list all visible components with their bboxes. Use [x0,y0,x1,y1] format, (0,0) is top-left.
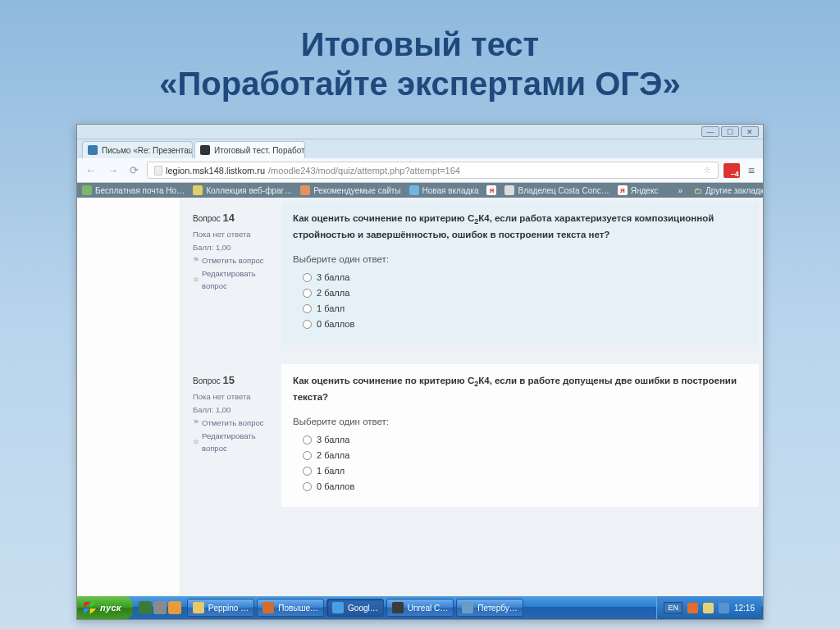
back-button[interactable]: ← [82,164,99,176]
start-button[interactable]: пуск [77,596,133,619]
bookmark-overflow-button[interactable]: » [674,186,686,195]
windows-taskbar: пуск Peppino …Повыше…Googl…Unreal C…Пете… [77,596,763,619]
bookmark-icon [82,185,92,195]
answer-option[interactable]: 2 балла [303,449,747,463]
answer-option[interactable]: 3 балла [303,433,747,447]
url-path: /moodle243/mod/quiz/attempt.php?attempt=… [268,166,460,175]
browser-tab-1[interactable]: Итоговый тест. Поработай × [194,141,305,158]
radio-icon[interactable] [303,304,312,313]
close-button[interactable]: ✕ [741,126,759,137]
browser-window: — ☐ ✕ Письмо «Re: Презентации т × Итогов… [76,124,764,620]
quick-launch-icon[interactable] [168,601,181,614]
radio-icon[interactable] [303,289,312,298]
radio-icon[interactable] [303,320,312,329]
question-score: Балл: 1,00 [193,404,273,416]
taskbar-task-label: Unreal C… [408,604,448,613]
browser-menu-button[interactable]: ≡ [745,164,758,177]
reload-button[interactable]: ⟳ [126,164,142,176]
taskbar-clock[interactable]: 12:16 [734,604,755,613]
minimize-button[interactable]: — [701,126,719,137]
radio-icon[interactable] [303,273,312,282]
question-status: Пока нет ответа [193,391,273,403]
question-info: Вопрос 14 Пока нет ответа Балл: 1,00 Отм… [185,202,281,344]
slide-title-line2: «Поработайте экспертами ОГЭ» [16,64,824,103]
bookmark-icon [193,185,203,195]
taskbar-task-label: Googl… [348,604,378,613]
answer-label: 2 балла [317,449,349,463]
quick-launch-icon[interactable] [153,601,167,614]
tray-icon[interactable] [703,603,714,613]
maximize-button[interactable]: ☐ [721,126,739,137]
radio-icon[interactable] [303,435,312,444]
browser-tabs-row: Письмо «Re: Презентации т × Итоговый тес… [77,139,763,158]
flag-question-link[interactable]: Отметить вопрос [193,417,273,429]
edit-question-link[interactable]: Редактировать вопрос [193,431,273,454]
question-14: Вопрос 14 Пока нет ответа Балл: 1,00 Отм… [180,198,763,349]
answer-option[interactable]: 0 баллов [303,317,747,331]
question-text: Как оценить сочинение по критерию С2К4, … [293,212,747,243]
bookmark-item[interactable]: Владелец Costa Conc… [504,185,609,195]
taskbar-task-label: Повыше… [278,604,318,613]
answer-option[interactable]: 1 балл [303,464,747,478]
moodle-icon [200,145,210,155]
bookmark-star-icon[interactable]: ☆ [703,165,711,175]
taskbar-task-button[interactable]: Peppino … [187,599,254,617]
slide-title: Итоговый тест «Поработайте экспертами ОГ… [0,0,840,124]
taskbar-task-button[interactable]: Unreal C… [386,599,454,617]
taskbar-app-icon [193,602,204,613]
taskbar-task-button[interactable]: Повыше… [257,599,324,617]
bookmark-item[interactable]: ЯЯндекс [618,185,659,195]
edit-question-link[interactable]: Редактировать вопрос [193,268,273,292]
other-bookmarks-button[interactable]: 🗀Другие закладки [694,186,763,195]
system-tray: EN 12:16 [656,596,761,619]
start-label: пуск [100,603,121,613]
choose-label: Выберите один ответ: [293,415,747,430]
bookmark-item[interactable]: Рекомендуемые сайты [300,185,400,195]
url-host: legion.msk148.listkom.ru [166,166,265,175]
taskbar-task-button[interactable]: Googl… [326,599,384,617]
bookmark-icon [300,185,310,195]
radio-icon[interactable] [303,451,312,460]
answer-option[interactable]: 3 балла [303,271,747,285]
bookmark-item[interactable]: Коллекция веб-фраг… [193,185,292,195]
mail-icon [88,145,98,155]
taskbar-task-label: Peppino … [208,604,249,613]
page-icon [154,166,162,175]
tab-label-0: Письмо «Re: Презентации т [102,146,193,155]
taskbar-app-icon [462,602,473,613]
taskbar-app-icon [262,602,274,613]
forward-button[interactable]: → [104,164,121,176]
answer-label: 0 баллов [317,480,354,494]
taskbar-task-label: Петербу… [477,604,518,613]
bookmark-item[interactable]: ЯЯ [486,185,496,195]
answer-label: 1 балл [317,464,345,478]
yandex-icon: Я [486,185,496,195]
radio-icon[interactable] [303,482,312,491]
yandex-icon: Я [618,185,628,195]
bookmark-item[interactable]: Новая вкладка [409,185,479,195]
quick-launch [135,601,185,614]
answer-option[interactable]: 0 баллов [303,480,747,494]
slide-title-line1: Итоговый тест [16,25,824,64]
answer-option[interactable]: 2 балла [303,286,747,300]
radio-icon[interactable] [303,467,312,476]
taskbar-task-button[interactable]: Петербу… [456,599,523,617]
question-text: Как оценить сочинение по критерию С2К4, … [293,374,747,405]
page-content: Вопрос 14 Пока нет ответа Балл: 1,00 Отм… [77,198,763,596]
quick-launch-icon[interactable] [139,601,152,614]
answer-label: 1 балл [317,302,345,316]
quiz-nav-sidebar [77,198,180,596]
quiz-questions-main: Вопрос 14 Пока нет ответа Балл: 1,00 Отм… [180,198,763,596]
flag-question-link[interactable]: Отметить вопрос [193,255,273,267]
url-input[interactable]: legion.msk148.listkom.ru/moodle243/mod/q… [147,162,719,179]
answer-option[interactable]: 1 балл [303,302,747,316]
language-indicator[interactable]: EN [664,602,682,613]
extension-icon[interactable] [724,163,740,178]
question-content: Как оценить сочинение по критерию С2К4, … [281,364,759,507]
tray-icon[interactable] [687,603,698,613]
tray-icon[interactable] [719,603,729,613]
question-info: Вопрос 15 Пока нет ответа Балл: 1,00 Отм… [185,364,281,507]
bookmark-icon [409,185,419,195]
bookmark-item[interactable]: Бесплатная почта Но… [82,185,185,195]
browser-tab-0[interactable]: Письмо «Re: Презентации т × [82,141,193,158]
